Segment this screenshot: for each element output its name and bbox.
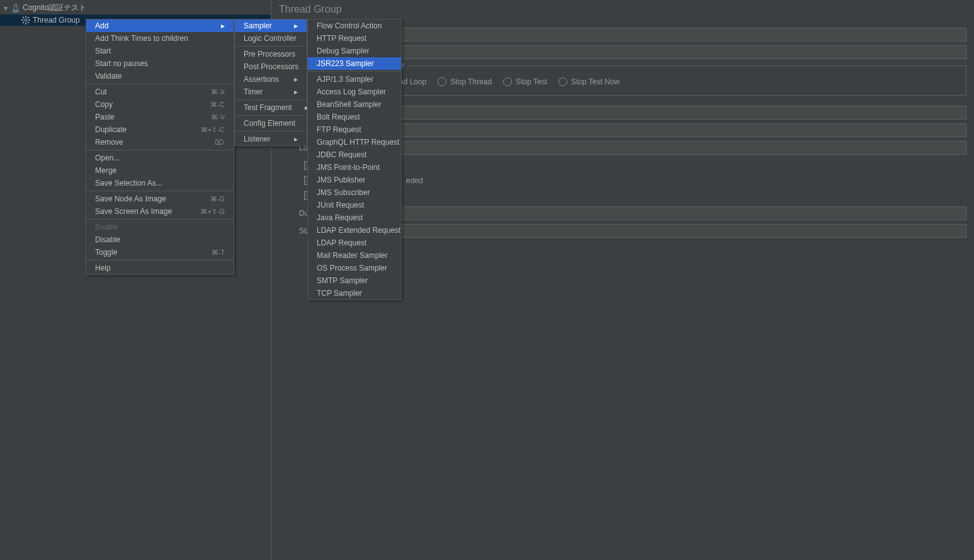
context-menu-item[interactable]: Cut⌘-X xyxy=(86,86,234,98)
menu-item-label: Sampler xyxy=(244,21,272,30)
menu-separator xyxy=(86,219,234,220)
context-menu-item[interactable]: Add Think Times to children xyxy=(86,32,234,45)
menu-shortcut: ⌘-V xyxy=(211,113,225,121)
add-submenu-item[interactable]: Config Element▸ xyxy=(235,117,307,130)
flask-icon xyxy=(11,4,20,13)
sampler-submenu-item[interactable]: AJP/1.3 Sampler xyxy=(308,73,401,86)
sampler-submenu-item[interactable]: BeanShell Sampler xyxy=(308,98,401,111)
ramp-input[interactable] xyxy=(382,123,966,137)
radio-icon xyxy=(503,77,512,86)
sampler-submenu-item[interactable]: JSR223 Sampler xyxy=(308,57,401,70)
radio-stop-test-now[interactable]: Stop Test Now xyxy=(558,77,620,86)
context-menu-item[interactable]: Add▸ xyxy=(86,20,234,32)
name-input[interactable] xyxy=(378,28,966,42)
sampler-submenu-item[interactable]: JDBC Request xyxy=(308,148,401,161)
context-menu-item[interactable]: Save Screen As Image⌘+⇧-G xyxy=(86,205,234,218)
menu-item-label: SMTP Sampler xyxy=(317,276,368,285)
context-menu-item[interactable]: Toggle⌘-T xyxy=(86,246,234,259)
menu-item-label: Debug Sampler xyxy=(317,47,369,55)
radio-stop-thread[interactable]: Stop Thread xyxy=(438,77,492,86)
sampler-submenu-item[interactable]: LDAP Request xyxy=(308,237,401,249)
sampler-submenu-item[interactable]: OS Process Sampler xyxy=(308,262,401,274)
context-menu-item[interactable]: Duplicate⌘+⇧-C xyxy=(86,123,234,136)
sampler-submenu-item[interactable]: HTTP Request xyxy=(308,32,401,45)
add-submenu-item[interactable]: Logic Controller▸ xyxy=(235,32,307,45)
menu-item-label: Post Processors xyxy=(244,62,298,71)
duration-input[interactable] xyxy=(382,206,966,220)
menu-item-label: Pre Processors xyxy=(244,50,295,59)
context-menu-item[interactable]: Validate xyxy=(86,70,234,82)
sampler-submenu-item[interactable]: JMS Point-to-Point xyxy=(308,161,401,174)
sampler-submenu-item[interactable]: GraphQL HTTP Request xyxy=(308,136,401,148)
add-submenu-item[interactable]: Sampler▸ xyxy=(235,20,307,32)
menu-separator xyxy=(235,46,307,47)
menu-item-label: AJP/1.3 Sampler xyxy=(317,75,373,84)
menu-item-label: Listener xyxy=(244,135,271,143)
radio-icon xyxy=(438,77,446,86)
tree-root-label: Cognito認証テスト xyxy=(23,3,86,13)
sampler-submenu-item[interactable]: TCP Sampler xyxy=(308,287,401,300)
menu-item-label: Start no pauses xyxy=(95,59,148,68)
svg-line-8 xyxy=(23,22,24,23)
menu-item-label: Validate xyxy=(95,72,122,81)
context-menu-item[interactable]: Paste⌘-V xyxy=(86,111,234,123)
sampler-submenu-item[interactable]: JMS Publisher xyxy=(308,174,401,186)
menu-item-label: Cut xyxy=(95,87,107,96)
add-submenu-item[interactable]: Test Fragment▸ xyxy=(235,101,307,114)
context-menu-item[interactable]: Help xyxy=(86,262,234,274)
menu-separator xyxy=(235,115,307,116)
gear-icon xyxy=(21,16,30,25)
context-menu-item[interactable]: Copy⌘-C xyxy=(86,98,234,111)
expand-arrow-icon[interactable]: ▾ xyxy=(4,4,10,13)
menu-item-label: JSR223 Sampler xyxy=(317,59,374,68)
sampler-submenu-item[interactable]: SMTP Sampler xyxy=(308,274,401,287)
add-submenu-item[interactable]: Timer▸ xyxy=(235,86,307,98)
sampler-submenu-item[interactable]: JUnit Request xyxy=(308,199,401,211)
sampler-submenu-item[interactable]: Mail Reader Sampler xyxy=(308,249,401,262)
sampler-submenu-item[interactable]: Debug Sampler xyxy=(308,45,401,57)
add-submenu-item[interactable]: Pre Processors▸ xyxy=(235,48,307,60)
menu-shortcut: ⌘-X xyxy=(211,88,225,96)
menu-item-label: Bolt Request xyxy=(317,113,360,121)
sampler-submenu-item[interactable]: FTP Request xyxy=(308,123,401,136)
context-menu-item[interactable]: Merge xyxy=(86,164,234,177)
chevron-right-icon: ▸ xyxy=(294,75,298,84)
menu-shortcut: ⌘-G xyxy=(210,195,225,203)
loop-input[interactable] xyxy=(383,141,966,155)
menu-shortcut: ⌘+⇧-C xyxy=(201,126,225,134)
sampler-submenu-item[interactable]: JMS Subscriber xyxy=(308,186,401,199)
menu-item-label: GraphQL HTTP Request xyxy=(317,138,399,147)
chevron-right-icon: ▸ xyxy=(221,21,225,30)
splitter-handle-icon[interactable]: ⋮ xyxy=(268,291,273,298)
menu-item-label: Paste xyxy=(95,113,115,121)
radio-icon xyxy=(558,77,567,86)
threads-input[interactable] xyxy=(380,106,966,120)
sampler-submenu-item[interactable]: LDAP Extended Request xyxy=(308,224,401,237)
tree-root-item[interactable]: ▾ Cognito認証テスト xyxy=(0,1,271,14)
menu-item-label: Access Log Sampler xyxy=(317,87,386,96)
context-menu-item: Enable xyxy=(86,221,234,233)
menu-separator xyxy=(86,260,234,260)
sampler-submenu-item[interactable]: Flow Control Action xyxy=(308,20,401,32)
context-menu-item[interactable]: Remove⌦ xyxy=(86,136,234,148)
add-submenu-item[interactable]: Post Processors▸ xyxy=(235,60,307,73)
context-menu-item[interactable]: Start no pauses xyxy=(86,57,234,70)
add-submenu-item[interactable]: Listener▸ xyxy=(235,133,307,145)
sampler-submenu-item[interactable]: Bolt Request xyxy=(308,111,401,123)
context-menu-item[interactable]: Start xyxy=(86,45,234,57)
context-menu-item[interactable]: Open... xyxy=(86,152,234,164)
add-submenu: Sampler▸Logic Controller▸Pre Processors▸… xyxy=(234,19,307,146)
panel-title: Thread Group xyxy=(271,0,974,19)
startup-input[interactable] xyxy=(387,224,966,238)
radio-stop-test[interactable]: Stop Test xyxy=(503,77,547,86)
menu-item-label: JMS Point-to-Point xyxy=(317,163,380,172)
comments-input[interactable] xyxy=(378,45,966,59)
chevron-right-icon: ▸ xyxy=(294,21,298,30)
sampler-submenu-item[interactable]: Java Request xyxy=(308,211,401,224)
sampler-submenu-item[interactable]: Access Log Sampler xyxy=(308,86,401,98)
add-submenu-item[interactable]: Assertions▸ xyxy=(235,73,307,86)
context-menu-item[interactable]: Save Node As Image⌘-G xyxy=(86,193,234,205)
context-menu-item[interactable]: Disable xyxy=(86,233,234,246)
context-menu-item[interactable]: Save Selection As... xyxy=(86,177,234,189)
menu-item-label: Merge xyxy=(95,166,116,175)
